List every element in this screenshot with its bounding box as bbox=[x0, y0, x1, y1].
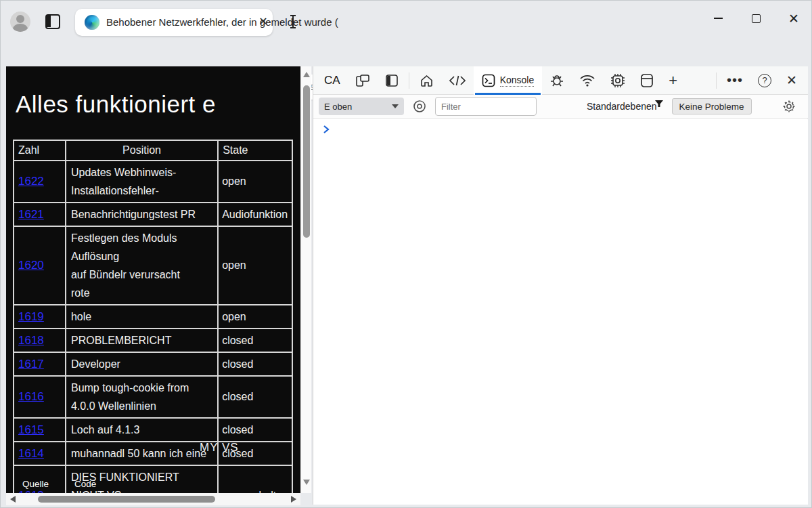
issue-link[interactable]: 1616 bbox=[18, 390, 44, 403]
tab-layout-icon[interactable] bbox=[45, 14, 60, 29]
footer-link-code[interactable]: Code bbox=[74, 479, 96, 489]
issue-state-cell: open bbox=[218, 305, 292, 329]
dock-panel-icon[interactable] bbox=[378, 66, 406, 95]
text-cursor bbox=[292, 15, 294, 28]
issues-badge[interactable]: Keine Probleme bbox=[672, 98, 752, 114]
issue-position-cell: Bump tough-cookie from 4.0.0 Wellenlinie… bbox=[66, 376, 218, 418]
issue-link[interactable]: 1620 bbox=[18, 259, 44, 272]
table-row: 1614muhannadl 50 kann ich eineclosed bbox=[14, 442, 292, 465]
log-levels-dropdown[interactable]: Standardebenen bbox=[587, 101, 664, 112]
issue-link[interactable]: 1618 bbox=[18, 334, 44, 347]
scrollbar-thumb[interactable] bbox=[303, 85, 310, 238]
issue-id-cell: 1620 bbox=[14, 226, 66, 305]
issue-link[interactable]: 1619 bbox=[18, 310, 44, 323]
issue-state-cell: open bbox=[218, 161, 292, 203]
divider bbox=[409, 72, 409, 89]
context-dropdown[interactable]: E oben bbox=[319, 98, 404, 115]
issue-link[interactable]: 1614 bbox=[18, 447, 44, 460]
issue-link[interactable]: 1617 bbox=[18, 358, 44, 371]
table-row: 1620Festlegen des Moduls Auflösung auf B… bbox=[14, 226, 292, 305]
scrollbar-up-arrow[interactable] bbox=[303, 72, 310, 77]
page-title: Alles funktioniert e bbox=[16, 91, 216, 118]
performance-cpu-icon[interactable] bbox=[603, 66, 633, 95]
filter-input[interactable] bbox=[435, 97, 537, 116]
add-tool-icon[interactable]: + bbox=[661, 66, 685, 95]
table-row: 1622Updates Webhinweis- Installationsfeh… bbox=[14, 161, 292, 203]
profile-avatar[interactable] bbox=[10, 12, 30, 32]
devtools-close-icon[interactable]: ✕ bbox=[779, 66, 808, 95]
table-header-row: Zahl Position State bbox=[14, 140, 292, 161]
maximize-button[interactable] bbox=[737, 1, 775, 36]
konsole-tab-label: Konsole bbox=[500, 75, 535, 87]
table-row: 1617Developerclosed bbox=[14, 352, 292, 376]
more-tools-icon[interactable]: ••• bbox=[719, 66, 750, 95]
log-levels-label: Standardebenen bbox=[587, 101, 657, 112]
chevron-down-icon bbox=[392, 104, 399, 108]
divider bbox=[716, 72, 717, 89]
console-prompt-chevron-icon bbox=[323, 125, 330, 134]
issue-position-cell: hole bbox=[66, 305, 218, 329]
issue-id-cell: 1622 bbox=[14, 161, 66, 203]
console-settings-gear-icon[interactable] bbox=[782, 100, 796, 113]
issues-table: Zahl Position State 1622Updates Webhinwe… bbox=[13, 140, 293, 493]
issue-state-cell: closed bbox=[218, 329, 292, 352]
scrollbar-down-arrow[interactable] bbox=[303, 480, 310, 485]
issue-id-cell: 1621 bbox=[14, 203, 66, 226]
table-row: 1619holeopen bbox=[14, 305, 292, 329]
table-row: 1615Loch auf 4.1.3closed bbox=[14, 418, 292, 442]
issue-id-cell: 1618 bbox=[14, 329, 66, 352]
close-button[interactable]: ✕ bbox=[775, 1, 812, 36]
vertical-scrollbar[interactable] bbox=[300, 66, 311, 493]
column-header: Zahl bbox=[14, 140, 66, 161]
issue-state-cell: open erhalten bbox=[218, 465, 292, 493]
home-icon[interactable] bbox=[412, 66, 441, 95]
issue-position-cell: muhannadl 50 kann ich eine bbox=[66, 442, 218, 465]
horizontal-scrollbar[interactable] bbox=[6, 493, 300, 505]
issue-state-cell: closed bbox=[218, 418, 292, 442]
context-dropdown-label: E oben bbox=[324, 102, 352, 112]
devtools-panel: CA Konsole bbox=[313, 66, 807, 505]
funnel-icon bbox=[654, 100, 664, 108]
issue-position-cell: Loch auf 4.1.3 bbox=[66, 418, 218, 442]
devtools-ca-label[interactable]: CA bbox=[313, 66, 348, 95]
table-row: 1618PROBLEMBERICHTclosed bbox=[14, 329, 292, 352]
issue-position-cell: Developer bbox=[66, 352, 218, 376]
overlay-artifact-text: MY VS bbox=[200, 441, 239, 454]
issue-link[interactable]: 1615 bbox=[18, 423, 44, 436]
tab-close-icon[interactable]: ✕ bbox=[256, 15, 270, 28]
hscroll-right-arrow[interactable] bbox=[291, 496, 296, 503]
issue-position-cell: Benachrichtigungstest PR bbox=[66, 203, 218, 226]
bug-icon[interactable] bbox=[542, 66, 572, 95]
webpage-content: Alles funktioniert e Zahl Position State… bbox=[6, 66, 300, 493]
titlebar: Behobener Netzwerkfehler, der in gemelde… bbox=[1, 1, 812, 36]
navigation-toolbar: https://microsoftedge.github.io/Demos/de… bbox=[1, 36, 812, 66]
browser-window: Behobener Netzwerkfehler, der in gemelde… bbox=[0, 0, 812, 508]
table-row: 1621Benachrichtigungstest PRAudiofunktio… bbox=[14, 203, 292, 226]
tab-title: Behobener Netzwerkfehler, der in gemelde… bbox=[106, 16, 338, 28]
device-emulation-icon[interactable] bbox=[348, 66, 378, 95]
edge-logo-icon bbox=[85, 15, 99, 30]
console-toolbar: E oben Standardebenen Keine Probleme bbox=[313, 95, 808, 119]
footer-link-quelle[interactable]: Quelle bbox=[22, 479, 49, 489]
issue-link[interactable]: 1621 bbox=[18, 208, 44, 221]
source-code-icon[interactable] bbox=[441, 66, 474, 95]
issue-id-cell: 1617 bbox=[14, 352, 66, 376]
console-output[interactable] bbox=[313, 119, 808, 505]
column-header: State bbox=[218, 140, 292, 161]
issue-position-cell: Updates Webhinweis- Installationsfehler- bbox=[66, 161, 218, 203]
help-icon[interactable]: ? bbox=[750, 66, 779, 95]
devtools-tab-bar: CA Konsole bbox=[313, 66, 808, 95]
hscroll-thumb[interactable] bbox=[38, 496, 215, 503]
hscroll-left-arrow[interactable] bbox=[10, 496, 16, 503]
storage-icon[interactable] bbox=[633, 66, 661, 95]
minimize-button[interactable] bbox=[699, 1, 737, 36]
network-wifi-icon[interactable] bbox=[572, 66, 603, 95]
issue-id-cell: 1614 bbox=[14, 442, 66, 465]
issue-link[interactable]: 1622 bbox=[18, 175, 44, 188]
live-expression-eye-icon[interactable] bbox=[412, 99, 427, 114]
issue-id-cell: 1616 bbox=[14, 376, 66, 418]
page-footer: Quelle Code bbox=[22, 479, 96, 489]
issue-state-cell: closed bbox=[218, 376, 292, 418]
issue-state-cell: closed bbox=[218, 352, 292, 376]
tab-konsole[interactable]: Konsole bbox=[474, 66, 543, 95]
